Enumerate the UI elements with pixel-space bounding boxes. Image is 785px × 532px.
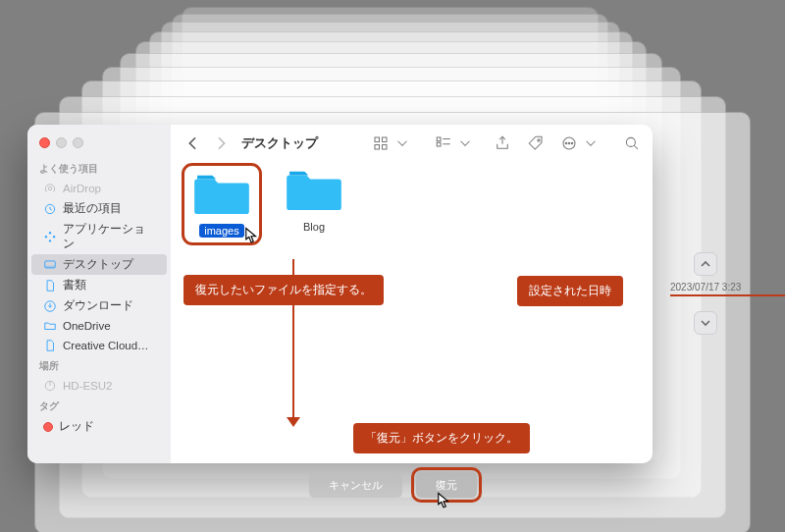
folder-blog[interactable]: Blog [277,166,351,235]
svg-rect-11 [437,142,441,146]
sidebar-label: AirDrop [63,183,101,194]
share-button[interactable] [494,134,511,152]
sidebar: よく使う項目 AirDrop 最近の項目 アプリケーション デスクトップ 書類 … [27,125,171,463]
path-title: デスクトップ [241,135,318,152]
downloads-icon [43,299,57,313]
timestamp-underline [670,294,785,296]
sidebar-label: 最近の項目 [63,201,122,216]
toolbar: デスクトップ [171,125,653,162]
annotation-arrow [292,303,294,423]
folder-icon [43,319,57,333]
clock-icon [43,202,57,216]
sidebar-section-tags: タグ [27,396,171,416]
svg-rect-8 [375,145,380,150]
sidebar-item-hd-esu2[interactable]: HD-ESU2 [31,376,167,396]
documents-icon [43,279,57,293]
chevron-down-icon[interactable] [456,134,474,152]
folder-icon [286,166,342,213]
sidebar-label: デスクトップ [63,257,133,272]
airdrop-icon [43,182,57,195]
file-icon [43,339,57,352]
svg-rect-6 [375,137,380,142]
chevron-down-icon[interactable] [582,134,600,152]
folder-icon [193,170,250,217]
svg-point-0 [48,186,52,190]
snapshot-timestamp: 2023/07/17 3:23 [670,282,741,293]
tags-button[interactable] [527,134,545,152]
cursor-icon [239,224,263,247]
cancel-button[interactable]: キャンセル [309,472,402,498]
desktop-icon [43,258,57,272]
minimize-button[interactable] [56,137,67,148]
svg-point-12 [538,139,540,141]
disk-icon [43,379,57,393]
sidebar-item-downloads[interactable]: ダウンロード [31,295,167,316]
action-bar: キャンセル 復元 [0,472,785,498]
sidebar-item-recents[interactable]: 最近の項目 [31,198,167,219]
svg-rect-7 [383,137,388,142]
annotation-click-restore: 「復元」ボタンをクリック。 [353,423,530,453]
window-controls [27,133,171,158]
applications-icon [43,230,57,243]
folder-label: images [199,224,243,238]
sidebar-label: Creative Cloud… [63,340,149,351]
nav-back-button[interactable] [183,134,202,152]
annotation-date-set: 設定された日時 [517,276,623,306]
cancel-label: キャンセル [329,478,383,493]
svg-point-17 [626,137,635,146]
sidebar-label: 書類 [63,278,86,293]
svg-point-16 [571,142,573,144]
sidebar-label: ダウンロード [63,298,133,313]
content-area: images Blog [171,162,653,463]
svg-rect-3 [45,265,56,267]
nav-forward-button[interactable] [212,134,232,152]
sidebar-item-desktop[interactable]: デスクトップ [31,254,167,275]
sidebar-section-favorites: よく使う項目 [27,158,171,179]
sidebar-item-onedrive[interactable]: OneDrive [31,316,167,336]
sidebar-item-creative-cloud[interactable]: Creative Cloud… [31,336,167,355]
group-button[interactable] [435,134,452,152]
sidebar-label: OneDrive [63,320,111,332]
sidebar-label: HD-ESU2 [63,380,112,392]
close-button[interactable] [39,137,50,148]
sidebar-item-airdrop[interactable]: AirDrop [31,179,167,198]
sidebar-item-tag-red[interactable]: レッド [31,416,167,437]
more-button[interactable] [560,134,578,152]
svg-rect-10 [437,137,441,141]
sidebar-label: レッド [59,419,94,434]
sidebar-item-documents[interactable]: 書類 [31,275,167,295]
sidebar-section-locations: 場所 [27,355,171,376]
sidebar-label: アプリケーション [63,222,155,251]
svg-rect-9 [383,145,388,150]
svg-point-14 [565,142,567,144]
tag-red-icon [43,422,53,432]
view-icons-button[interactable] [372,134,390,152]
timeline-up-button[interactable] [694,252,717,276]
sidebar-item-applications[interactable]: アプリケーション [31,219,167,254]
timeline-down-button[interactable] [694,311,717,335]
cursor-icon [432,489,455,512]
annotation-arrow-head [287,417,300,427]
zoom-button[interactable] [73,137,83,148]
svg-point-15 [568,142,570,144]
chevron-down-icon[interactable] [393,134,411,152]
folder-label: Blog [298,220,330,234]
search-button[interactable] [623,134,641,152]
annotation-select-file: 復元したいファイルを指定する。 [183,275,384,305]
